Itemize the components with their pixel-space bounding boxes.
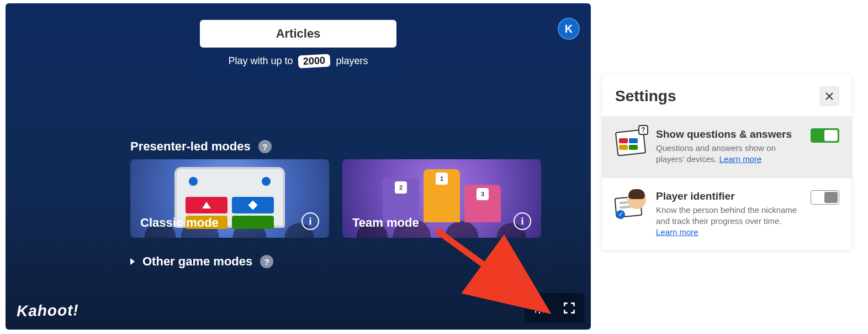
settings-panel: Settings ? Show questions & answers Ques… xyxy=(602,74,851,250)
player-count-row: Play with up to 2000 players xyxy=(200,48,396,74)
avatar[interactable]: K xyxy=(558,18,580,40)
help-icon[interactable]: ? xyxy=(260,255,273,268)
team-mode-label: Team mode xyxy=(352,216,419,230)
settings-title: Settings xyxy=(615,87,676,105)
toggle-player-id[interactable] xyxy=(811,190,839,205)
setting-desc: Questions and answers show on players' d… xyxy=(656,143,801,165)
other-modes-row[interactable]: Other game modes ? xyxy=(130,254,273,269)
close-icon xyxy=(825,92,834,101)
play-prefix: Play with up to xyxy=(228,55,293,67)
team-mode-card[interactable]: 2 1 3 Team mode i xyxy=(342,159,541,238)
fullscreen-icon xyxy=(562,301,576,315)
player-id-icon: ✓ xyxy=(614,190,646,218)
svg-point-0 xyxy=(538,306,542,310)
presenter-modes-label: Presenter-led modes xyxy=(130,139,251,154)
classic-mode-label: Classic mode xyxy=(140,216,219,230)
svg-line-1 xyxy=(436,230,532,300)
learn-more-link[interactable]: Learn more xyxy=(719,154,762,164)
fullscreen-button[interactable] xyxy=(554,293,584,323)
setting-desc: Know the person behind the nickname and … xyxy=(656,205,801,238)
setting-row-show-qa: ? Show questions & answers Questions and… xyxy=(602,116,851,178)
player-count-badge: 2000 xyxy=(298,54,331,68)
quiz-title-card: Articles xyxy=(200,20,396,48)
kahoot-logo: Kahoot! xyxy=(17,301,79,320)
settings-header: Settings xyxy=(602,74,851,116)
setting-text: Show questions & answers Questions and a… xyxy=(656,128,801,165)
mode-cards-row: Classic mode i 2 1 3 Team mode i xyxy=(130,159,541,238)
caret-right-icon xyxy=(130,258,135,265)
qa-card-icon: ? xyxy=(614,128,646,156)
setting-text: Player identifier Know the person behind… xyxy=(656,190,801,238)
setting-title: Player identifier xyxy=(656,190,801,202)
info-icon[interactable]: i xyxy=(514,212,531,230)
settings-button[interactable] xyxy=(525,293,554,323)
gear-icon xyxy=(532,301,547,315)
info-icon[interactable]: i xyxy=(301,212,319,230)
toggle-show-qa[interactable] xyxy=(811,128,839,143)
setting-title: Show questions & answers xyxy=(656,128,801,140)
header-block: Articles Play with up to 2000 players xyxy=(200,20,396,74)
team-illustration: 2 1 3 xyxy=(383,169,501,222)
other-modes-label: Other game modes xyxy=(142,254,252,269)
classic-mode-card[interactable]: Classic mode i xyxy=(130,159,329,238)
close-button[interactable] xyxy=(819,86,839,106)
learn-more-link[interactable]: Learn more xyxy=(656,227,698,237)
game-panel: Articles Play with up to 2000 players K … xyxy=(6,3,591,330)
avatar-initial: K xyxy=(565,23,573,35)
help-icon[interactable]: ? xyxy=(258,140,272,153)
play-suffix: players xyxy=(336,55,368,67)
setting-row-player-id: ✓ Player identifier Know the person behi… xyxy=(602,178,851,251)
presenter-modes-heading: Presenter-led modes ? xyxy=(130,139,272,154)
bottom-toolbar xyxy=(525,293,584,323)
quiz-title: Articles xyxy=(276,27,321,41)
